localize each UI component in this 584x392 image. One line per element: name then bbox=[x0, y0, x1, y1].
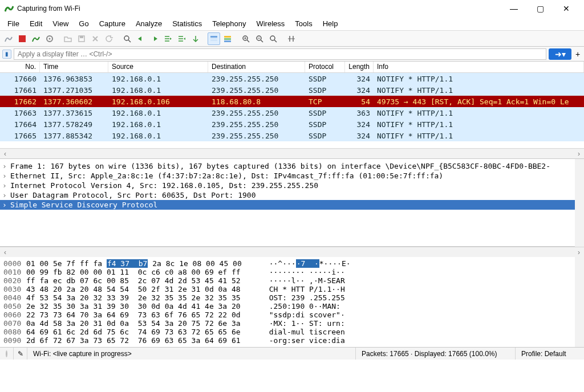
svg-rect-8 bbox=[210, 38, 217, 39]
tree-ethernet[interactable]: ›Ethernet II, Src: Apple_2a:8c:1e (f4:37… bbox=[0, 171, 584, 181]
chevron-right-icon: › bbox=[2, 181, 8, 190]
hex-line[interactable]: 003043 48 20 2a 20 48 54 54 50 2f 31 2e … bbox=[0, 285, 584, 293]
hex-vscrollbar[interactable] bbox=[575, 257, 584, 347]
packet-row[interactable]: 176611377.271035192.168.0.1239.255.255.2… bbox=[0, 84, 584, 96]
zoom-in-icon[interactable] bbox=[240, 32, 252, 45]
maximize-button[interactable]: ▢ bbox=[527, 1, 553, 17]
menu-view[interactable]: View bbox=[47, 18, 74, 30]
col-source[interactable]: Source bbox=[108, 62, 208, 72]
svg-point-20 bbox=[270, 36, 275, 40]
menu-go[interactable]: Go bbox=[74, 18, 94, 30]
filter-bookmark-icon[interactable]: ▮ bbox=[2, 50, 11, 59]
packet-details-pane: ›Frame 1: 167 bytes on wire (1336 bits),… bbox=[0, 159, 584, 247]
menu-statistics[interactable]: Statistics bbox=[167, 18, 207, 30]
hex-line[interactable]: 00502e 32 35 30 3a 31 39 30 30 0d 0a 4d … bbox=[0, 302, 584, 311]
menu-telephony[interactable]: Telephony bbox=[207, 18, 251, 30]
open-file-icon[interactable] bbox=[62, 32, 74, 45]
colorize-icon[interactable] bbox=[221, 32, 234, 45]
go-first-icon[interactable] bbox=[176, 32, 188, 45]
display-filter-input[interactable] bbox=[14, 48, 546, 60]
hex-line[interactable]: 000001 00 5e 7f ff fa f4 37 b7 2a 8c 1e … bbox=[0, 259, 584, 268]
menu-wireless[interactable]: Wireless bbox=[251, 18, 290, 30]
filter-apply-button[interactable]: ➜▾ bbox=[549, 48, 571, 60]
capture-options-icon[interactable] bbox=[43, 32, 56, 45]
packet-list-hscrollbar[interactable]: ‹› bbox=[0, 148, 584, 158]
col-time[interactable]: Time bbox=[40, 62, 108, 72]
tree-frame[interactable]: ›Frame 1: 167 bytes on wire (1336 bits),… bbox=[0, 161, 584, 171]
zoom-reset-icon[interactable] bbox=[267, 32, 279, 45]
packet-row[interactable]: 176641377.578249192.168.0.1239.255.255.2… bbox=[0, 119, 584, 130]
go-last-icon[interactable] bbox=[189, 32, 202, 45]
expert-info-icon[interactable] bbox=[6, 350, 7, 357]
svg-rect-4 bbox=[80, 36, 83, 38]
packet-row[interactable]: 176631377.373615192.168.0.1239.255.255.2… bbox=[0, 107, 584, 119]
close-button[interactable]: ✕ bbox=[553, 1, 579, 17]
menu-analyze[interactable]: Analyze bbox=[131, 18, 167, 30]
col-protocol[interactable]: Protocol bbox=[305, 62, 345, 72]
filter-add-button[interactable]: + bbox=[574, 50, 582, 59]
svg-rect-11 bbox=[224, 38, 231, 40]
menu-capture[interactable]: Capture bbox=[94, 18, 131, 30]
packet-list-header[interactable]: No. Time Source Destination Protocol Len… bbox=[0, 62, 584, 73]
go-forward-icon[interactable] bbox=[148, 32, 161, 45]
chevron-right-icon: › bbox=[2, 191, 8, 199]
hex-line[interactable]: 00700a 4d 58 3a 20 31 0d 0a 53 54 3a 20 … bbox=[0, 319, 584, 328]
wireshark-logo-icon bbox=[5, 4, 14, 13]
stop-capture-icon[interactable] bbox=[16, 32, 29, 45]
col-length[interactable]: Length bbox=[345, 62, 374, 72]
minimize-button[interactable]: — bbox=[501, 1, 527, 17]
close-file-icon[interactable] bbox=[89, 32, 102, 45]
tree-ssdp[interactable]: ›Simple Service Discovery Protocol bbox=[0, 200, 584, 210]
window-title: Capturing from Wi-Fi bbox=[17, 5, 501, 13]
col-info[interactable]: Info bbox=[374, 62, 584, 72]
status-profile[interactable]: Profile: Default bbox=[516, 348, 584, 360]
menu-tools[interactable]: Tools bbox=[290, 18, 317, 30]
status-packet-counts: Packets: 17665 · Displayed: 17665 (100.0… bbox=[356, 348, 516, 360]
start-capture-icon[interactable] bbox=[2, 32, 15, 45]
menu-file[interactable]: File bbox=[2, 18, 25, 30]
hex-line[interactable]: 0020ff fa ec db 07 6c 00 85 2c 07 4d 2d … bbox=[0, 276, 584, 285]
hex-line[interactable]: 00902d 6f 72 67 3a 73 65 72 76 69 63 65 … bbox=[0, 336, 584, 345]
svg-rect-12 bbox=[224, 40, 231, 42]
find-packet-icon[interactable] bbox=[121, 32, 133, 45]
tree-hscrollbar[interactable]: ‹› bbox=[0, 247, 584, 257]
main-toolbar bbox=[0, 31, 584, 47]
packet-row[interactable]: 176621377.360602192.168.0.106118.68.80.8… bbox=[0, 96, 584, 107]
col-destination[interactable]: Destination bbox=[208, 62, 305, 72]
svg-point-2 bbox=[49, 38, 51, 39]
svg-line-6 bbox=[128, 40, 131, 42]
svg-rect-7 bbox=[210, 36, 217, 38]
tree-vscrollbar[interactable] bbox=[575, 159, 584, 247]
svg-line-21 bbox=[274, 40, 277, 42]
hex-line[interactable]: 00404f 53 54 3a 20 32 33 39 2e 32 35 35 … bbox=[0, 293, 584, 302]
capture-comment-icon[interactable]: ✎ bbox=[18, 350, 23, 358]
tree-udp[interactable]: ›User Datagram Protocol, Src Port: 60635… bbox=[0, 190, 584, 200]
menu-help[interactable]: Help bbox=[318, 18, 343, 30]
window-titlebar: Capturing from Wi-Fi — ▢ ✕ bbox=[0, 0, 584, 17]
hex-line[interactable]: 001000 99 fb 82 00 00 01 11 0c c6 c0 a8 … bbox=[0, 268, 584, 276]
svg-point-5 bbox=[124, 36, 129, 40]
save-file-icon[interactable] bbox=[75, 32, 88, 45]
tree-ip[interactable]: ›Internet Protocol Version 4, Src: 192.1… bbox=[0, 181, 584, 190]
auto-scroll-icon[interactable] bbox=[208, 32, 220, 45]
svg-rect-9 bbox=[210, 40, 217, 41]
resize-columns-icon[interactable] bbox=[285, 32, 298, 45]
chevron-right-icon: › bbox=[2, 201, 8, 209]
hex-line[interactable]: 008064 69 61 6c 2d 6d 75 6c 74 69 73 63 … bbox=[0, 328, 584, 336]
packet-row[interactable]: 176601376.963853192.168.0.1239.255.255.2… bbox=[0, 73, 584, 84]
restart-capture-icon[interactable] bbox=[30, 32, 42, 45]
reload-icon[interactable] bbox=[103, 32, 115, 45]
zoom-out-icon[interactable] bbox=[253, 32, 266, 45]
display-filter-bar: ▮ ➜▾ + bbox=[0, 47, 584, 62]
menubar: File Edit View Go Capture Analyze Statis… bbox=[0, 17, 584, 31]
packet-bytes-pane: 000001 00 5e 7f ff fa f4 37 b7 2a 8c 1e … bbox=[0, 257, 584, 347]
go-back-icon[interactable] bbox=[135, 32, 147, 45]
go-to-packet-icon[interactable] bbox=[162, 32, 175, 45]
svg-line-14 bbox=[247, 40, 249, 42]
packet-list-pane: No. Time Source Destination Protocol Len… bbox=[0, 62, 584, 159]
chevron-right-icon: › bbox=[2, 162, 8, 170]
col-no[interactable]: No. bbox=[0, 62, 40, 72]
menu-edit[interactable]: Edit bbox=[25, 18, 47, 30]
hex-line[interactable]: 006022 73 73 64 70 3a 64 69 73 63 6f 76 … bbox=[0, 311, 584, 319]
packet-row[interactable]: 176651377.885342192.168.0.1239.255.255.2… bbox=[0, 130, 584, 141]
